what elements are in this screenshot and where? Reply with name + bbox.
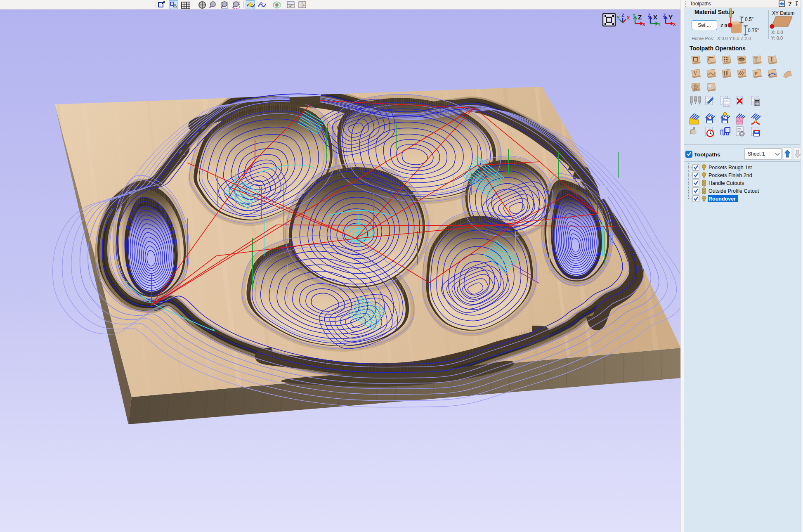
svg-text:V: V <box>693 70 697 76</box>
svg-text:Handle Cutouts: Handle Cutouts <box>709 180 744 186</box>
svg-text:X: X <box>642 22 645 27</box>
svg-text:Z: Z <box>663 13 666 18</box>
svg-text:Y: Y <box>668 14 673 21</box>
svg-text:Toolpaths: Toolpaths <box>694 151 720 158</box>
svg-text:Roundover: Roundover <box>709 196 736 202</box>
svg-text:?: ? <box>788 0 792 7</box>
svg-text:Outside Profile Cutout: Outside Profile Cutout <box>709 188 759 194</box>
svg-text:Y: Y <box>633 13 635 18</box>
svg-text:G01: G01 <box>724 103 730 106</box>
svg-text:Z: Z <box>621 13 624 18</box>
svg-text:G00: G00 <box>752 128 758 130</box>
svg-text:Z: Z <box>638 14 642 21</box>
svg-text:0.75": 0.75" <box>748 28 759 33</box>
svg-text:I: I <box>770 56 773 63</box>
svg-text:Pockets Rough 1st: Pockets Rough 1st <box>709 165 752 170</box>
svg-text:Z: Z <box>648 13 650 18</box>
svg-text:P: P <box>754 70 758 76</box>
svg-text:Pockets Finish 2nd: Pockets Finish 2nd <box>709 173 752 178</box>
svg-text:Y: Y <box>616 15 620 20</box>
svg-text:X: X <box>673 22 676 27</box>
svg-text:T: T <box>754 56 758 63</box>
svg-text:Y: Y <box>658 22 661 27</box>
svg-text:X: X <box>653 14 657 21</box>
svg-text:0.5": 0.5" <box>745 17 753 22</box>
svg-text:G00: G00 <box>724 99 730 102</box>
svg-text:Sheet 1: Sheet 1 <box>748 151 765 157</box>
svg-text:X: X <box>627 15 630 20</box>
